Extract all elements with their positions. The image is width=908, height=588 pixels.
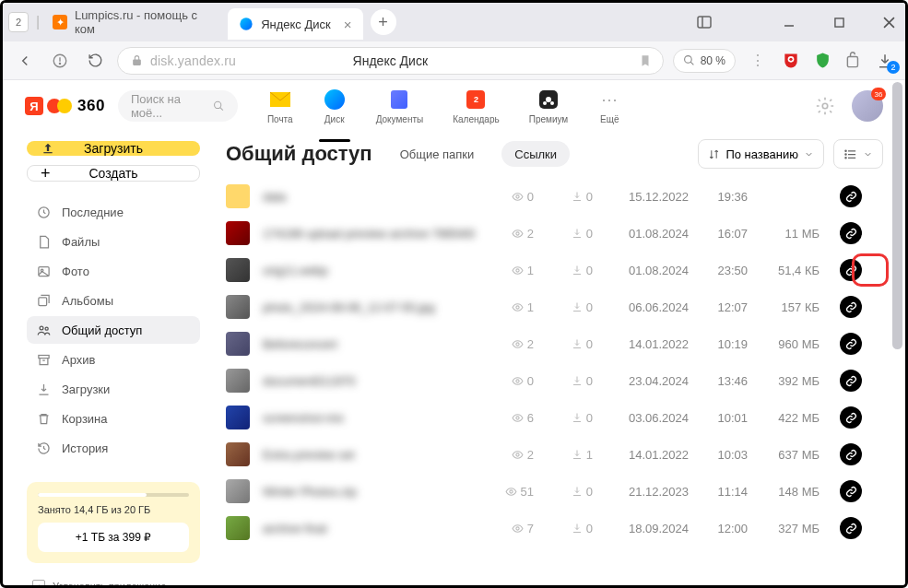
view-mode-dropdown[interactable] (833, 139, 883, 169)
file-size: 51,4 КБ (761, 264, 820, 277)
file-name: Extra preview set (263, 448, 475, 462)
tab-shared-folders[interactable]: Общие папки (387, 141, 488, 167)
downloads-count: 0 (547, 190, 593, 204)
scrollbar[interactable] (892, 82, 902, 349)
service-mail[interactable]: Почта (267, 88, 293, 124)
file-time: 10:19 (702, 337, 748, 351)
close-window-icon[interactable] (878, 11, 900, 33)
nav-label: Загрузки (62, 382, 110, 396)
back-button[interactable] (12, 48, 38, 74)
service-more[interactable]: ⋯ Ещё (597, 88, 621, 124)
sidebar-item-shared[interactable]: Общий доступ (27, 316, 200, 344)
share-link-button[interactable] (840, 517, 862, 539)
settings-button[interactable] (815, 96, 835, 116)
file-date: 06.06.2024 (606, 300, 689, 314)
zoom-value: 80 % (701, 54, 725, 67)
sidebar-item-trash[interactable]: Корзина (27, 405, 200, 432)
file-row[interactable]: orig11.webp 1 0 01.08.2024 23:50 51,4 КБ (226, 252, 883, 288)
file-time: 16:07 (702, 227, 748, 241)
tab-links[interactable]: Ссылки (501, 141, 570, 167)
share-link-button[interactable] (840, 222, 862, 244)
file-icon (36, 234, 51, 249)
create-button[interactable]: + Создать (27, 165, 200, 182)
share-link-button[interactable] (840, 296, 862, 318)
file-row[interactable]: Winter Photos.zip 51 0 21.12.2023 11:14 … (226, 473, 883, 510)
clock-icon (36, 205, 51, 219)
reload-button[interactable] (82, 48, 108, 74)
sidebar-item-recent[interactable]: Последние (27, 198, 200, 226)
extension-ublock-icon[interactable] (780, 50, 802, 72)
share-link-button[interactable] (840, 480, 862, 502)
share-link-button[interactable] (840, 443, 862, 465)
views-count: 51 (488, 485, 534, 499)
share-link-button[interactable] (840, 333, 862, 355)
share-link-button[interactable] (840, 185, 862, 207)
mail-icon (268, 88, 292, 112)
downloads-count: 1 (547, 448, 593, 462)
svg-point-30 (845, 153, 846, 154)
sidebar-item-archive[interactable]: Архив (27, 346, 200, 373)
svg-point-36 (516, 342, 519, 345)
tab-counter[interactable]: 2 (8, 12, 29, 32)
close-tab-icon[interactable]: × (344, 17, 352, 32)
bookmark-icon[interactable] (639, 54, 652, 67)
file-row[interactable]: archive final 7 0 18.09.2024 12:00 327 М… (226, 510, 883, 547)
security-button[interactable] (47, 48, 73, 74)
service-premium[interactable]: Премиум (529, 88, 569, 124)
menu-kebab-icon[interactable]: ⋮ (745, 48, 771, 74)
search-placeholder: Поиск на моё... (131, 92, 206, 120)
service-documents[interactable]: Документы (376, 88, 424, 124)
svg-point-9 (59, 63, 60, 64)
file-row[interactable]: screenshot-mix 6 0 03.06.2024 10:01 422 … (226, 399, 883, 436)
sidebar-toggle-icon[interactable] (693, 11, 715, 33)
service-label: Документы (376, 114, 424, 124)
extension-shield-icon[interactable] (811, 50, 833, 72)
sidebar-item-downloads[interactable]: Загрузки (27, 375, 200, 403)
sidebar-nav: Последние Файлы Фото Альбомы Общий досту… (27, 198, 200, 462)
sidebar-item-files[interactable]: Файлы (27, 228, 200, 255)
maximize-icon[interactable] (828, 11, 850, 33)
active-tab-indicator (319, 139, 350, 142)
user-avatar[interactable]: 36 (852, 90, 883, 122)
browser-tab-active[interactable]: Яндекс Диск × (228, 8, 362, 40)
url-field[interactable]: disk.yandex.ru Яндекс Диск (117, 47, 664, 75)
file-name: Beforeconcert (263, 337, 475, 351)
service-disk[interactable]: Диск (323, 88, 347, 124)
upload-button[interactable]: Загрузить (27, 141, 200, 156)
sort-label: По названию (725, 147, 798, 161)
nav-label: Корзина (62, 412, 108, 426)
sidebar-item-history[interactable]: История (27, 434, 200, 462)
file-row[interactable]: Beforeconcert 2 0 14.01.2022 10:19 960 М… (226, 325, 883, 362)
file-row[interactable]: photo_2024-08-06_12-07-55.jpg 1 0 06.06.… (226, 288, 883, 325)
install-app-link[interactable]: ↓ Установить приложение (32, 580, 200, 588)
extension-generic-icon[interactable] (843, 50, 865, 72)
svg-point-31 (845, 157, 846, 158)
zoom-indicator[interactable]: 80 % (673, 49, 736, 73)
svg-point-37 (516, 379, 519, 382)
minimize-icon[interactable] (778, 11, 800, 33)
file-row[interactable]: data 0 0 15.12.2022 19:36 (226, 178, 883, 215)
browser-tab-inactive[interactable]: ✦ Lumpics.ru - помощь с ком (43, 6, 228, 38)
share-link-button[interactable] (840, 259, 862, 281)
sidebar-item-photos[interactable]: Фото (27, 257, 200, 285)
file-row[interactable]: 174198 upload preview archive 7865400 jp… (226, 215, 883, 252)
file-thumbnail (226, 295, 250, 319)
file-date: 03.06.2024 (606, 411, 689, 425)
downloads-icon[interactable] (874, 50, 896, 72)
file-size: 157 КБ (761, 300, 820, 314)
share-link-button[interactable] (840, 370, 862, 392)
sidebar-item-albums[interactable]: Альбомы (27, 287, 200, 314)
file-row[interactable]: Extra preview set 2 1 14.01.2022 10:03 6… (226, 436, 883, 473)
upgrade-button[interactable]: +1 ТБ за 399 ₽ (38, 523, 189, 552)
sidebar: Загрузить + Создать Последние Файлы Фото… (3, 132, 217, 585)
views-count: 2 (488, 337, 534, 351)
logo[interactable]: Я 360 (25, 97, 105, 115)
share-link-button[interactable] (840, 406, 862, 429)
file-thumbnail (226, 184, 250, 208)
new-tab-button[interactable]: + (371, 9, 396, 35)
search-input[interactable]: Поиск на моё... (118, 90, 238, 122)
service-calendar[interactable]: 2 Календарь (453, 88, 499, 124)
sort-dropdown[interactable]: По названию (698, 139, 824, 169)
premium-icon (537, 88, 560, 112)
file-row[interactable]: document011970 0 0 23.04.2024 13:46 392 … (226, 362, 883, 399)
